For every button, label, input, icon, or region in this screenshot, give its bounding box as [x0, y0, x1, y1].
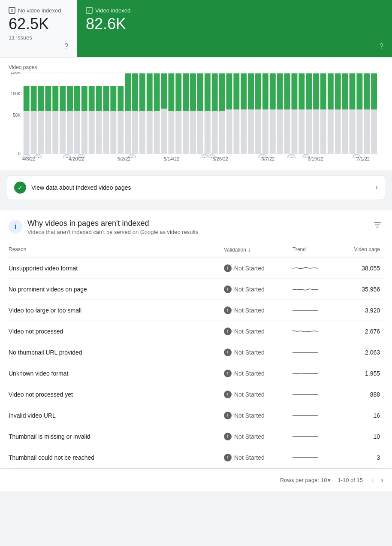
not-started-icon: !	[224, 370, 232, 377]
svg-rect-59	[205, 111, 211, 154]
not-started-text: Not Started	[234, 412, 265, 419]
svg-rect-40	[132, 73, 138, 111]
rows-per-page: Rows per page: 10 ▾	[280, 477, 331, 483]
row-count: 10	[341, 433, 383, 440]
sparkline-chart	[292, 411, 318, 420]
view-data-link[interactable]: ✓ View data about indexed video pages ›	[7, 175, 385, 200]
svg-rect-34	[110, 86, 116, 111]
rows-per-page-select[interactable]: 10 ▾	[321, 477, 331, 483]
x-label-3: 5/2/22	[118, 156, 131, 161]
svg-rect-106	[371, 73, 377, 109]
not-started-text: Not Started	[234, 307, 265, 314]
svg-rect-105	[371, 109, 377, 154]
prev-page-button[interactable]: ‹	[370, 474, 376, 486]
row-trend	[289, 327, 341, 336]
svg-rect-58	[197, 73, 203, 111]
not-started-icon: !	[224, 391, 232, 398]
row-count: 16	[341, 412, 383, 419]
table-row[interactable]: Video too large or too small ! Not Start…	[9, 300, 383, 321]
checkbox-checked-icon: ✓	[86, 7, 93, 14]
why-not-indexed-section: i Why videos in pages aren't indexed Vid…	[0, 210, 392, 468]
not-started-text: Not Started	[234, 391, 265, 398]
chart-container: 150K 100K 50K 0	[9, 72, 383, 167]
svg-rect-71	[248, 109, 254, 154]
video-indexed-label: Video indexed	[95, 7, 130, 14]
table-header: Reason Validation ↓ Trend Video page	[9, 242, 383, 258]
svg-rect-36	[118, 86, 124, 111]
x-label-1: 4/8/22	[22, 156, 36, 161]
table-row[interactable]: No thumbnail URL provided ! Not Started …	[9, 342, 383, 363]
video-indexed-card: ✓ Video indexed 82.6K ?	[77, 0, 392, 57]
sparkline-chart	[292, 285, 318, 294]
not-started-text: Not Started	[234, 286, 265, 293]
row-count: 35,956	[341, 286, 383, 293]
filter-icon[interactable]	[371, 219, 383, 233]
svg-rect-31	[103, 111, 109, 154]
svg-rect-29	[96, 111, 102, 154]
svg-rect-18	[52, 86, 58, 111]
table-row[interactable]: No prominent videos on page ! Not Starte…	[9, 279, 383, 300]
no-video-help-icon[interactable]: ?	[64, 42, 68, 50]
table-row[interactable]: Thumbnail could not be reached ! Not Sta…	[9, 447, 383, 468]
svg-rect-37	[125, 111, 131, 154]
svg-rect-101	[356, 109, 362, 154]
not-started-text: Not Started	[234, 370, 265, 377]
table-row[interactable]: Video not processed ! Not Started 2,676	[9, 321, 383, 342]
no-video-count: 62.5K	[9, 15, 68, 33]
row-reason: Video too large or too small	[9, 307, 220, 314]
table-row[interactable]: Invalid video URL ! Not Started 16	[9, 405, 383, 426]
svg-rect-48	[161, 73, 167, 109]
svg-rect-85	[299, 109, 305, 154]
svg-rect-70	[241, 73, 247, 109]
not-started-icon: !	[224, 454, 232, 461]
svg-rect-12	[31, 86, 37, 111]
rows-per-page-label: Rows per page:	[280, 477, 319, 483]
not-started-icon: !	[224, 328, 232, 335]
table-row[interactable]: Unsupported video format ! Not Started 3…	[9, 258, 383, 279]
svg-rect-13	[38, 111, 44, 154]
row-reason: Unknown video format	[9, 370, 220, 377]
x-label-5: 5/26/22	[213, 156, 229, 161]
svg-rect-20	[60, 86, 66, 111]
svg-rect-61	[212, 111, 218, 154]
not-started-text: Not Started	[234, 328, 265, 335]
video-indexed-help-icon[interactable]: ?	[380, 42, 383, 50]
svg-rect-56	[190, 73, 196, 111]
view-data-text: View data about indexed video pages	[31, 184, 370, 191]
svg-rect-35	[118, 111, 124, 154]
svg-rect-91	[320, 109, 326, 154]
row-reason: No prominent videos on page	[9, 286, 220, 293]
row-count: 1,955	[341, 370, 383, 377]
video-indexed-count: 82.6K	[86, 15, 383, 33]
svg-rect-21	[67, 111, 73, 154]
svg-rect-22	[67, 86, 73, 111]
svg-rect-76	[262, 73, 268, 109]
row-trend	[289, 369, 341, 378]
x-label-7: 6/19/22	[308, 156, 323, 161]
chart-label: Video pages	[9, 64, 383, 70]
svg-rect-27	[89, 111, 95, 154]
header-validation[interactable]: Validation ↓	[220, 246, 289, 253]
svg-text:150K: 150K	[11, 72, 21, 75]
svg-rect-69	[241, 109, 247, 154]
svg-rect-19	[60, 111, 66, 154]
svg-rect-104	[364, 73, 370, 109]
chevron-right-icon: ›	[375, 183, 378, 192]
svg-rect-39	[132, 111, 138, 154]
svg-rect-72	[248, 73, 254, 109]
sparkline-chart	[292, 327, 318, 336]
next-page-button[interactable]: ›	[379, 474, 385, 486]
table-row[interactable]: Video not processed yet ! Not Started 88…	[9, 384, 383, 405]
row-count: 3,920	[341, 307, 383, 314]
not-started-icon: !	[224, 412, 232, 419]
table-row[interactable]: Thumbnail is missing or invalid ! Not St…	[9, 426, 383, 447]
svg-rect-103	[364, 109, 370, 154]
info-icon: i	[9, 220, 22, 234]
table-row[interactable]: Unknown video format ! Not Started 1,955	[9, 363, 383, 384]
svg-rect-68	[233, 73, 239, 109]
rows-per-page-value: 10	[321, 477, 327, 483]
not-started-icon: !	[224, 285, 232, 293]
svg-rect-10	[24, 86, 30, 111]
row-validation: ! Not Started	[220, 412, 289, 419]
no-video-label: No video indexed	[18, 7, 61, 14]
